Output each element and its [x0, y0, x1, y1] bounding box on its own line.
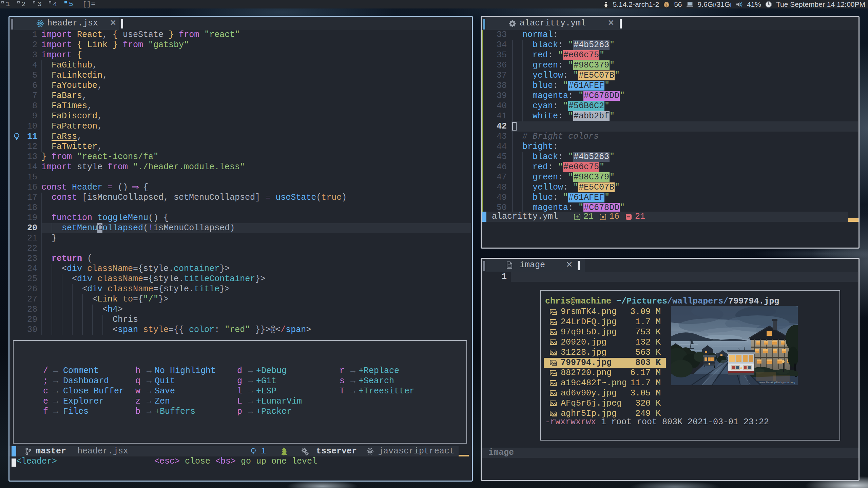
svg-text:www.DesktopBackground.org: www.DesktopBackground.org: [759, 381, 795, 384]
